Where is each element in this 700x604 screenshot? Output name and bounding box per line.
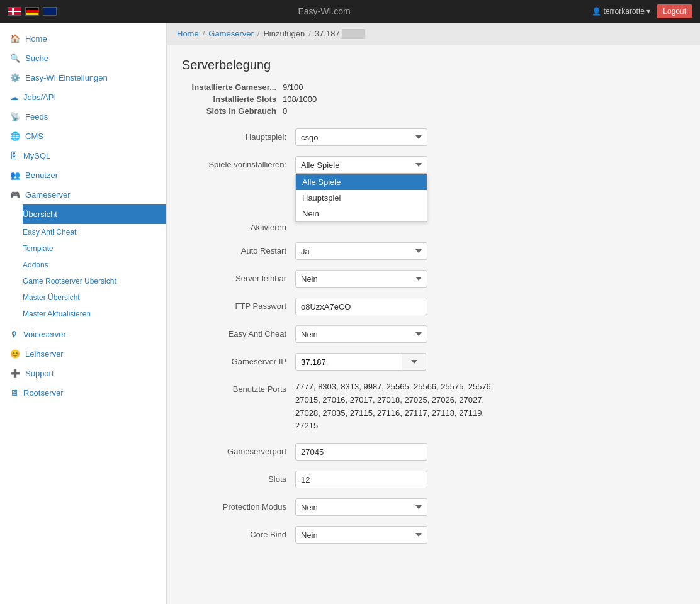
eac-label: Easy Anti Cheat (182, 325, 295, 338)
sidebar-item-support-label: Support (25, 369, 54, 378)
ftp-input[interactable] (295, 298, 427, 315)
site-title: Easy-WI.com (298, 6, 351, 16)
eac-wrapper: Nein Ja (295, 325, 427, 343)
flag-container (8, 7, 57, 16)
sidebar-item-jobs[interactable]: ☁ Jobs/API (0, 87, 166, 107)
main-layout: 🏠 Home 🔍 Suche ⚙️ Easy-WI Einstellungen … (0, 23, 700, 604)
sidebar-item-ubersicht[interactable]: Übersicht (23, 204, 166, 224)
ip-wrapper (295, 353, 426, 371)
stats-slots-in-use-label: Slots in Gebrauch (182, 106, 283, 116)
server-leihbar-select[interactable]: Nein Ja (295, 270, 427, 288)
protection-label: Protection Modus (182, 498, 295, 512)
sidebar-item-gameserver[interactable]: 🎮 Gameserver (0, 185, 166, 204)
breadcrumb-sep-3: / (308, 29, 311, 38)
gameserver-icon: 🎮 (10, 190, 20, 199)
navbar: Easy-WI.com 👤 terrorkarotte ▾ Logout (0, 0, 700, 23)
stats-slots-value: 108/1000 (283, 94, 317, 104)
sidebar-item-master-aktualisieren[interactable]: Master Aktualisieren (23, 306, 166, 322)
spiele-label: Spiele vorinstallieren: (182, 156, 295, 169)
home-icon: 🏠 (10, 34, 20, 43)
sidebar-item-easy-anti-cheat[interactable]: Easy Anti Cheat (23, 224, 166, 240)
sidebar-item-cms[interactable]: 🌐 CMS (0, 126, 166, 146)
sidebar-item-template[interactable]: Template (23, 240, 166, 257)
sidebar-item-benutzer[interactable]: 👥 Benutzer (0, 165, 166, 185)
sidebar-item-addons-label: Addons (23, 260, 48, 269)
flag-de-icon[interactable] (25, 7, 39, 16)
sidebar-item-support[interactable]: ➕ Support (0, 364, 166, 383)
gameserver-ip-input[interactable] (295, 353, 402, 371)
spiele-option-hauptspiel[interactable]: Hauptspiel (296, 190, 427, 206)
user-label: 👤 terrorkarotte ▾ (592, 7, 650, 16)
rootserver-icon: 🖥 (10, 388, 18, 398)
breadcrumb-action: Hinzufügen (263, 29, 305, 38)
hauptspiel-select[interactable]: csgo (295, 128, 427, 146)
stats-row-slots: Installierte Slots 108/1000 (182, 94, 685, 104)
form-row-core-bind: Core Bind Nein Ja (182, 526, 685, 544)
gameserverport-input[interactable] (295, 443, 427, 461)
stats-gameser-value: 9/100 (283, 82, 303, 92)
sidebar-item-home[interactable]: 🏠 Home (0, 29, 166, 48)
sidebar-item-mysql[interactable]: 🗄 MySQL (0, 146, 166, 165)
gameserverport-label: Gameserverport (182, 443, 295, 456)
spiele-select[interactable]: Alle Spiele Hauptspiel Nein (295, 156, 427, 174)
voiceserver-icon: 🎙 (10, 330, 18, 339)
aktivieren-label: Aktivieren (182, 219, 295, 232)
sidebar-item-rootserver[interactable]: 🖥 Rootserver (0, 383, 166, 403)
sidebar-item-einstellungen[interactable]: ⚙️ Easy-WI Einstellungen (0, 68, 166, 87)
stats-row-gameser: Installierte Gameser... 9/100 (182, 82, 685, 92)
navbar-right: 👤 terrorkarotte ▾ Logout (592, 4, 692, 18)
feeds-icon: 📡 (10, 112, 20, 121)
stats-slots-in-use-value: 0 (283, 106, 287, 116)
gameserver-ip-dropdown[interactable] (402, 353, 426, 371)
form-row-server-leihbar: Server leihbar Nein Ja (182, 270, 685, 288)
cloud-icon: ☁ (10, 92, 18, 102)
sidebar-item-einstellungen-label: Easy-WI Einstellungen (25, 73, 108, 82)
users-icon: 👥 (10, 171, 20, 180)
flag-dk-icon[interactable] (8, 7, 21, 16)
form-row-aktivieren: Aktivieren (182, 219, 685, 232)
logout-button[interactable]: Logout (657, 4, 692, 18)
sidebar-item-suche[interactable]: 🔍 Suche (0, 48, 166, 68)
sidebar-item-eac-label: Easy Anti Cheat (23, 228, 76, 237)
slots-input[interactable] (295, 471, 427, 488)
breadcrumb-home[interactable]: Home (177, 29, 199, 38)
auto-restart-label: Auto Restart (182, 242, 295, 255)
sidebar-item-ubersicht-label: Übersicht (23, 210, 57, 219)
sidebar-item-game-rootserver-label: Game Rootserver Übersicht (23, 277, 116, 286)
sidebar-item-feeds[interactable]: 📡 Feeds (0, 107, 166, 126)
auto-restart-select[interactable]: Ja Nein (295, 242, 427, 260)
flag-gb-icon[interactable] (43, 7, 57, 16)
spiele-option-alle[interactable]: Alle Spiele (296, 174, 427, 190)
sidebar-item-feeds-label: Feeds (25, 112, 48, 121)
stats-table: Installierte Gameser... 9/100 Installier… (182, 82, 685, 116)
sidebar-item-game-rootserver[interactable]: Game Rootserver Übersicht (23, 273, 166, 289)
auto-restart-wrapper: Ja Nein (295, 242, 427, 260)
sidebar-item-rootserver-label: Rootserver (23, 388, 64, 398)
benutzte-ports-label: Benutzte Ports (182, 381, 295, 394)
page-content: Serverbelegung Installierte Gameser... 9… (167, 45, 700, 566)
core-bind-label: Core Bind (182, 526, 295, 539)
breadcrumb: Home / Gameserver / Hinzufügen / 37.187.… (167, 23, 700, 45)
sidebar-item-voiceserver[interactable]: 🎙 Voiceserver (0, 325, 166, 344)
sidebar: 🏠 Home 🔍 Suche ⚙️ Easy-WI Einstellungen … (0, 23, 167, 604)
protection-select[interactable]: Nein Ja (295, 498, 427, 516)
sidebar-item-leihserver[interactable]: 😊 Leihserver (0, 344, 166, 364)
form-row-spiele: Spiele vorinstallieren: Alle Spiele Haup… (182, 156, 685, 174)
spiele-dropdown-open: Alle Spiele Hauptspiel Nein (295, 174, 427, 222)
server-leihbar-label: Server leihbar (182, 270, 295, 283)
form-row-protection: Protection Modus Nein Ja (182, 498, 685, 516)
core-bind-wrapper: Nein Ja (295, 526, 427, 544)
hauptspiel-wrapper: csgo (295, 128, 427, 146)
sidebar-item-cms-label: CMS (25, 131, 43, 141)
core-bind-select[interactable]: Nein Ja (295, 526, 427, 544)
spiele-option-nein[interactable]: Nein (296, 206, 427, 221)
sidebar-item-master-ubersicht[interactable]: Master Übersicht (23, 289, 166, 306)
username: terrorkarotte (604, 7, 645, 16)
hauptspiel-label: Hauptspiel: (182, 128, 295, 142)
sidebar-item-addons[interactable]: Addons (23, 257, 166, 273)
breadcrumb-gameserver[interactable]: Gameserver (208, 29, 254, 38)
page-title: Serverbelegung (182, 58, 685, 72)
form-row-slots: Slots (182, 471, 685, 488)
eac-select[interactable]: Nein Ja (295, 325, 427, 343)
sidebar-item-master-aktualisieren-label: Master Aktualisieren (23, 310, 91, 318)
